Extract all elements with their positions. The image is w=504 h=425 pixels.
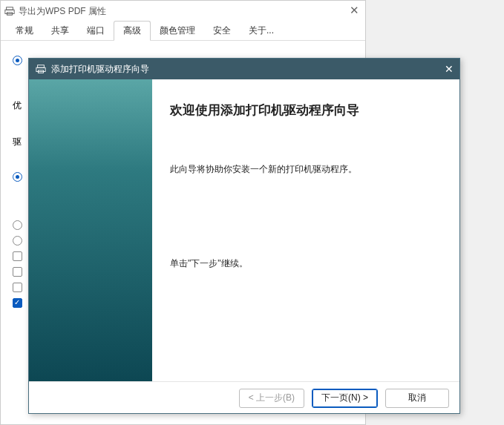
wizard-content: 欢迎使用添加打印机驱动程序向导 此向导将协助你安装一个新的打印机驱动程序。 单击… [152, 79, 459, 381]
add-driver-wizard: 添加打印机驱动程序向导 ✕ 欢迎使用添加打印机驱动程序向导 此向导将协助你安装一… [28, 58, 460, 414]
close-icon[interactable]: ✕ [445, 63, 454, 75]
wizard-body: 欢迎使用添加打印机驱动程序向导 此向导将协助你安装一个新的打印机驱动程序。 单击… [29, 79, 459, 381]
back-button: < 上一步(B) [239, 389, 304, 408]
radio-option[interactable] [13, 56, 22, 65]
wizard-sidebar-graphic [29, 79, 152, 381]
close-icon[interactable]: ✕ [350, 4, 359, 17]
tab-security[interactable]: 安全 [204, 22, 240, 40]
svg-rect-1 [5, 10, 14, 13]
tab-sharing[interactable]: 共享 [42, 22, 78, 40]
svg-rect-4 [36, 67, 45, 71]
radio-option[interactable] [13, 220, 22, 230]
checkbox-checked[interactable] [13, 298, 22, 308]
svg-rect-0 [7, 7, 13, 10]
properties-tabs: 常规 共享 端口 高级 颜色管理 安全 关于... [1, 22, 365, 41]
tab-ports[interactable]: 端口 [78, 22, 114, 40]
wizard-titlebar: 添加打印机驱动程序向导 ✕ [29, 59, 459, 79]
tab-general[interactable]: 常规 [7, 22, 42, 40]
checkbox[interactable] [13, 267, 22, 277]
svg-rect-3 [38, 65, 45, 68]
label-drv: 驱 [13, 136, 22, 148]
radio-option[interactable] [13, 236, 22, 246]
next-button[interactable]: 下一页(N) > [312, 389, 378, 408]
wizard-footer: < 上一步(B) 下一页(N) > 取消 [29, 381, 459, 414]
properties-title: 导出为WPS PDF 属性 [19, 5, 106, 18]
label-opt: 优 [13, 99, 22, 112]
checkbox[interactable] [13, 283, 22, 292]
printer-icon [4, 5, 16, 17]
tab-about[interactable]: 关于... [240, 22, 283, 40]
tab-advanced[interactable]: 高级 [114, 21, 151, 41]
properties-titlebar: 导出为WPS PDF 属性 ✕ [1, 1, 365, 22]
tab-color[interactable]: 颜色管理 [151, 22, 204, 40]
radio-option[interactable] [13, 172, 22, 182]
printer-icon [35, 63, 47, 75]
cancel-button[interactable]: 取消 [385, 389, 449, 408]
wizard-heading: 欢迎使用添加打印机驱动程序向导 [170, 102, 437, 119]
checkbox[interactable] [13, 251, 22, 261]
wizard-instruction: 单击"下一步"继续。 [170, 257, 437, 270]
wizard-title: 添加打印机驱动程序向导 [51, 63, 149, 76]
wizard-description: 此向导将协助你安装一个新的打印机驱动程序。 [170, 163, 437, 176]
